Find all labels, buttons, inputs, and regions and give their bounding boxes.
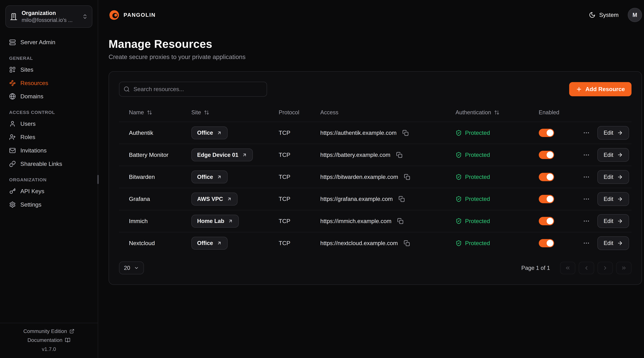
table-body: Authentik Office TCP https://authentik.e…: [119, 122, 632, 254]
edit-button[interactable]: Edit: [597, 148, 629, 162]
copy-url-button[interactable]: [403, 173, 412, 181]
resource-protocol: TCP: [279, 130, 320, 136]
sidebar-item-label: Users: [20, 121, 36, 127]
resource-protocol: TCP: [279, 196, 320, 202]
globe-icon: [9, 93, 16, 100]
first-page-button[interactable]: [560, 262, 576, 274]
user-avatar[interactable]: M: [628, 8, 642, 22]
auth-status-label: Protected: [465, 240, 490, 246]
book-open-icon: [65, 337, 70, 343]
edit-button[interactable]: Edit: [597, 192, 629, 206]
documentation-link[interactable]: Documentation: [28, 337, 70, 343]
resource-protocol: TCP: [279, 152, 320, 158]
theme-switcher[interactable]: System: [589, 12, 619, 18]
row-menu-button[interactable]: [582, 238, 591, 248]
column-header-site[interactable]: Site: [192, 109, 279, 116]
next-page-button[interactable]: [598, 262, 613, 274]
site-name: Office: [197, 130, 213, 136]
site-name: Home Lab: [197, 218, 224, 224]
row-menu-button[interactable]: [582, 194, 591, 204]
column-header-name[interactable]: Name: [129, 109, 192, 116]
edit-button[interactable]: Edit: [597, 214, 629, 228]
edit-button[interactable]: Edit: [597, 126, 629, 140]
enabled-toggle[interactable]: [539, 217, 554, 225]
sidebar: Organization milo@fossorial.io's ... Ser…: [0, 0, 98, 358]
sidebar-item-domains[interactable]: Domains: [6, 90, 92, 103]
last-page-button[interactable]: [616, 262, 632, 274]
main-content: PANGOLIN System M Manage Resources Creat…: [98, 0, 644, 358]
add-resource-button[interactable]: Add Resource: [569, 82, 632, 96]
sidebar-item-roles[interactable]: Roles: [6, 130, 92, 144]
copy-url-button[interactable]: [395, 151, 404, 159]
edit-label: Edit: [604, 152, 613, 158]
resources-card: Add Resource Name Site Protocol Access A…: [108, 71, 642, 285]
sidebar-item-users[interactable]: Users: [6, 117, 92, 131]
edit-label: Edit: [604, 130, 613, 136]
page-size-select[interactable]: 20: [119, 261, 144, 274]
sidebar-item-server-admin[interactable]: Server Admin: [6, 36, 92, 49]
resource-protocol: TCP: [279, 218, 320, 224]
site-link-button[interactable]: Edge Device 01: [192, 148, 253, 161]
copy-url-button[interactable]: [397, 195, 406, 203]
auth-status: Protected: [456, 196, 539, 202]
row-menu-button[interactable]: [582, 172, 591, 182]
sort-icon: [147, 110, 152, 115]
row-menu-button[interactable]: [582, 150, 591, 160]
search-input[interactable]: [119, 82, 267, 97]
site-link-button[interactable]: Office: [192, 237, 228, 250]
topbar: PANGOLIN System M: [108, 0, 642, 30]
site-link-button[interactable]: Office: [192, 171, 228, 183]
sidebar-item-resources[interactable]: Resources: [6, 76, 92, 90]
resource-url: https://battery.example.com: [320, 152, 390, 158]
edit-button[interactable]: Edit: [597, 236, 629, 250]
shield-check-icon: [456, 196, 462, 202]
sidebar-item-sites[interactable]: Sites: [6, 63, 92, 76]
gear-icon: [9, 201, 16, 208]
sidebar-item-label: Invitations: [20, 147, 47, 154]
copy-url-button[interactable]: [402, 239, 411, 248]
previous-page-button[interactable]: [579, 262, 594, 274]
add-resource-label: Add Resource: [586, 86, 625, 93]
resource-name: Battery Monitor: [129, 152, 192, 158]
row-menu-button[interactable]: [582, 216, 591, 226]
sidebar-item-api-keys[interactable]: API Keys: [6, 185, 92, 198]
row-menu-button[interactable]: [582, 128, 591, 138]
arrow-right-icon: [617, 152, 623, 158]
resource-name: Authentik: [129, 130, 192, 136]
link-icon: [9, 161, 16, 167]
enabled-toggle[interactable]: [539, 173, 554, 181]
sidebar-item-invitations[interactable]: Invitations: [6, 144, 92, 157]
auth-status-label: Protected: [465, 196, 490, 202]
sidebar-resize-handle[interactable]: [97, 175, 99, 184]
card-footer: 20 Page 1 of 1: [119, 261, 632, 274]
site-link-button[interactable]: Home Lab: [192, 215, 239, 228]
edit-button[interactable]: Edit: [597, 170, 629, 184]
sidebar-item-label: Sites: [20, 66, 33, 73]
resource-url: https://authentik.example.com: [320, 130, 396, 136]
sidebar-item-label: Domains: [20, 93, 43, 100]
enabled-toggle[interactable]: [539, 239, 554, 247]
sidebar-item-settings[interactable]: Settings: [6, 198, 92, 211]
column-header-authentication[interactable]: Authentication: [456, 109, 539, 116]
copy-url-button[interactable]: [401, 129, 410, 137]
page-indicator: Page 1 of 1: [521, 265, 550, 271]
sidebar-item-label: API Keys: [20, 188, 44, 195]
site-name: Edge Device 01: [197, 152, 238, 158]
enabled-toggle[interactable]: [539, 195, 554, 203]
enabled-toggle[interactable]: [539, 129, 554, 137]
resource-url: https://immich.example.com: [320, 218, 392, 224]
community-edition-link[interactable]: Community Edition: [23, 328, 74, 334]
sidebar-item-label: Resources: [20, 80, 48, 87]
resources-icon: [9, 80, 16, 87]
org-selector[interactable]: Organization milo@fossorial.io's ...: [6, 6, 92, 28]
column-header-access: Access: [320, 109, 456, 116]
site-link-button[interactable]: AWS VPC: [192, 193, 238, 205]
enabled-toggle[interactable]: [539, 151, 554, 159]
sort-icon: [494, 110, 500, 115]
shield-check-icon: [456, 240, 462, 246]
site-link-button[interactable]: Office: [192, 126, 228, 139]
sidebar-item-shareable-links[interactable]: Shareable Links: [6, 157, 92, 171]
copy-url-button[interactable]: [396, 217, 405, 225]
chevrons-up-down-icon: [82, 14, 88, 20]
sidebar-item-label: Shareable Links: [20, 161, 62, 167]
